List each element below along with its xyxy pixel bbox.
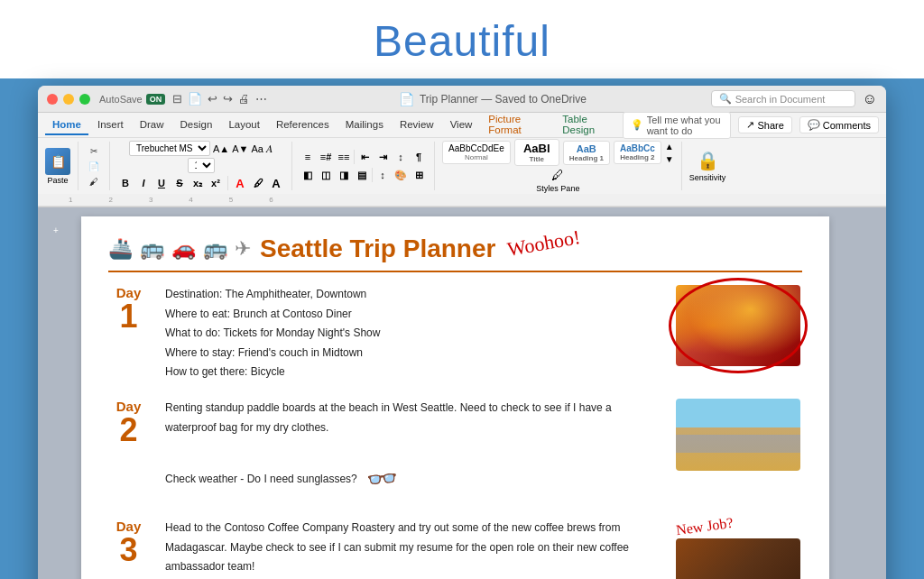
day-1-row: Day 1 Destination: The Amphitheater, Dow…: [108, 285, 802, 382]
style-title[interactable]: AaBl Title: [514, 139, 559, 166]
ruler-mark-6: 6: [269, 196, 273, 204]
lightbulb-icon: 💡: [631, 119, 643, 131]
comments-label: Comments: [823, 120, 871, 131]
add-column-button[interactable]: +: [38, 225, 74, 235]
comments-button[interactable]: 💬 Comments: [799, 116, 879, 133]
style-heading1[interactable]: AaB Heading 1: [563, 141, 610, 165]
tell-me-bar[interactable]: 💡 Tell me what you want to do: [623, 112, 732, 139]
document-page[interactable]: 🚢 🚌 🚗 🚌 ✈ Seattle Trip Planner Woohoo! D…: [81, 216, 829, 579]
separator: [227, 176, 228, 190]
tab-home[interactable]: Home: [45, 115, 88, 135]
styles-group: AaBbCcDdEe Normal AaBl Title AaB Heading…: [442, 142, 682, 190]
coffee-container: New Job?: [676, 519, 802, 579]
day-3-right: New Job?: [676, 519, 802, 579]
clipboard-group: ✂ 📄 🖌: [86, 142, 110, 190]
style-normal[interactable]: AaBbCcDdEe Normal: [442, 141, 511, 164]
sensitivity-label: Sensitivity: [689, 173, 726, 182]
tab-layout[interactable]: Layout: [221, 115, 267, 135]
bold-button[interactable]: B: [117, 175, 134, 191]
change-case-button[interactable]: 𝐴: [266, 142, 273, 155]
ruler-mark-2: 2: [108, 196, 112, 204]
tab-review[interactable]: Review: [393, 115, 441, 135]
toolbar-icon-6[interactable]: ⋯: [255, 92, 267, 106]
toolbar-icon-3[interactable]: ↩: [208, 92, 217, 106]
style-heading2[interactable]: AaBbCc Heading 2: [614, 141, 661, 164]
tab-references[interactable]: References: [269, 115, 337, 135]
font-color-button[interactable]: A: [232, 175, 248, 191]
doc-sidebar-left: +: [38, 207, 74, 579]
gallery-up[interactable]: ▲: [665, 142, 674, 152]
tab-design[interactable]: Design: [173, 115, 220, 135]
clear-format-button[interactable]: Aa: [252, 143, 263, 154]
title-bar: AutoSave ON ⊟ 📄 ↩ ↪ 🖨 ⋯ 📄 Trip Planner —…: [38, 86, 886, 113]
day-1-line-4: Where to stay: Friend's couch in Midtown: [165, 344, 660, 363]
numbering-button[interactable]: ≡#: [318, 149, 334, 165]
ruler-mark-1: 1: [69, 196, 72, 204]
word-window: AutoSave ON ⊟ 📄 ↩ ↪ 🖨 ⋯ 📄 Trip Planner —…: [38, 86, 886, 579]
day-2-sunglasses-text: Check weather - Do I need sunglasses?: [165, 470, 357, 490]
font-select[interactable]: Trebuchet MS: [129, 141, 210, 156]
day-3-num: 3: [108, 534, 149, 566]
borders-button[interactable]: ⊞: [411, 167, 427, 183]
shading-button[interactable]: 🎨: [393, 167, 409, 183]
sort-button[interactable]: ↕: [393, 149, 409, 165]
tab-view[interactable]: View: [443, 115, 480, 135]
format-painter-button[interactable]: 🖌: [87, 175, 101, 188]
show-marks-button[interactable]: ¶: [411, 149, 427, 165]
increase-indent-button[interactable]: ⇥: [374, 149, 391, 165]
day-1-line-3: What to do: Tickets for Monday Night's S…: [165, 324, 660, 344]
paste-icon: 📋: [45, 148, 70, 175]
tab-insert[interactable]: Insert: [90, 115, 131, 135]
grow-font-button[interactable]: A▲: [213, 143, 229, 154]
search-bar[interactable]: 🔍 Search in Document: [711, 90, 855, 107]
font-color-2-button[interactable]: A: [268, 175, 284, 191]
tab-mailings[interactable]: Mailings: [338, 115, 391, 135]
tab-picture-format[interactable]: Picture Format: [481, 110, 553, 141]
superscript-button[interactable]: x²: [208, 175, 224, 191]
paste-button[interactable]: 📋 Paste: [45, 148, 70, 185]
shrink-font-button[interactable]: A▼: [232, 143, 248, 154]
tab-table-design[interactable]: Table Design: [555, 110, 620, 141]
subscript-button[interactable]: x₂: [189, 175, 206, 191]
bullets-button[interactable]: ≡: [300, 149, 316, 165]
tab-draw[interactable]: Draw: [133, 115, 171, 135]
close-button[interactable]: [47, 94, 58, 105]
strikethrough-button[interactable]: S: [171, 175, 188, 191]
minimize-button[interactable]: [63, 94, 74, 105]
align-center-button[interactable]: ◫: [318, 167, 334, 183]
day-2-num: 2: [108, 414, 149, 446]
copy-button[interactable]: 📄: [86, 160, 102, 173]
justify-button[interactable]: ▤: [354, 167, 370, 183]
ruler-mark-3: 3: [149, 196, 152, 204]
toolbar-icon-2[interactable]: 📄: [188, 92, 202, 106]
gallery-scroll[interactable]: ▲ ▼: [665, 142, 674, 164]
list-row: ≡ ≡# ≡≡ ⇤ ⇥ ↕ ¶: [300, 149, 427, 165]
align-left-button[interactable]: ◧: [300, 167, 316, 183]
italic-button[interactable]: I: [135, 175, 152, 191]
toolbar-icon-4[interactable]: ↪: [223, 92, 233, 106]
highlight-button[interactable]: 🖊: [250, 175, 266, 191]
gallery-down[interactable]: ▼: [665, 154, 674, 164]
underline-button[interactable]: U: [153, 175, 170, 191]
styles-pane-button[interactable]: 🖊 Styles Pane: [536, 168, 579, 193]
toolbar-icon-5[interactable]: 🖨: [238, 92, 250, 106]
day-1-num: 1: [108, 300, 149, 333]
font-group: Trebuchet MS A▲ A▼ Aa 𝐴 11 B I U S: [117, 142, 292, 190]
sensitivity-button[interactable]: 🔒 Sensitivity: [689, 150, 726, 182]
search-icon: 🔍: [719, 93, 732, 105]
toolbar-icon-1[interactable]: ⊟: [172, 92, 182, 106]
font-size-select[interactable]: 11: [188, 158, 215, 173]
align-right-button[interactable]: ◨: [336, 167, 352, 183]
decrease-indent-button[interactable]: ⇤: [356, 149, 373, 165]
multilevel-button[interactable]: ≡≡: [336, 149, 352, 165]
share-button[interactable]: ↗ Share: [738, 116, 791, 133]
styles-pane-label: Styles Pane: [536, 184, 579, 193]
font-row: Trebuchet MS A▲ A▼ Aa 𝐴: [129, 141, 273, 156]
cut-button[interactable]: ✂: [88, 144, 100, 158]
styles-gallery: AaBbCcDdEe Normal AaBl Title AaB Heading…: [442, 139, 674, 166]
page-title: Beautiful: [0, 0, 924, 78]
maximize-button[interactable]: [79, 94, 90, 105]
title-bar-center: 📄 Trip Planner — Saved to OneDrive: [274, 92, 710, 106]
day-1-label: Day 1: [108, 285, 149, 333]
line-spacing-button[interactable]: ↕: [374, 167, 391, 183]
